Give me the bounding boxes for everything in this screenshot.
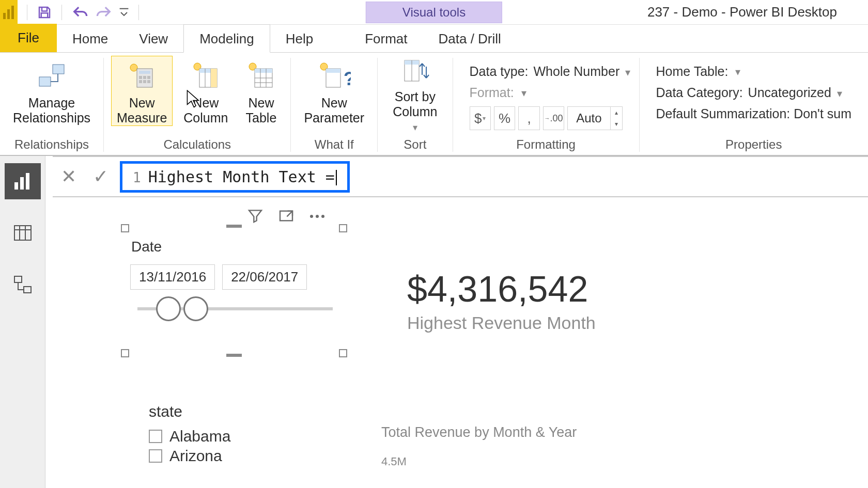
app-icon	[0, 0, 18, 25]
group-label-formatting: Formatting	[516, 134, 576, 155]
date-start-input[interactable]: 13/11/2016	[130, 264, 215, 290]
new-table-icon	[244, 59, 277, 92]
svg-rect-36	[26, 173, 29, 190]
kpi-value: $4,316,542	[407, 269, 596, 310]
tab-modeling[interactable]: Modeling	[183, 24, 270, 53]
date-slicer-visual[interactable]: Date 13/11/2016 22/06/2017	[123, 226, 345, 355]
tab-format[interactable]: Format	[349, 25, 423, 52]
decimal-button[interactable]: →.00	[543, 106, 564, 130]
main-menu: File Home View Modeling Help Format Data…	[0, 25, 868, 53]
state-slicer-title: state	[149, 403, 230, 420]
checkbox-icon[interactable]	[149, 430, 162, 443]
tab-view[interactable]: View	[123, 25, 183, 52]
formula-cancel-button[interactable]: ✕	[53, 161, 85, 192]
separator	[61, 5, 62, 20]
home-table-dropdown[interactable]: ▾	[735, 66, 740, 78]
format-dropdown[interactable]: ▾	[521, 87, 526, 99]
state-item[interactable]: Arizona	[149, 447, 230, 465]
slicer-title: Date	[131, 239, 340, 255]
formula-bar: ✕ ✓ 1 Highest Month Text =	[53, 156, 868, 197]
group-label-relationships: Relationships	[14, 134, 89, 155]
tab-help[interactable]: Help	[270, 25, 329, 52]
view-switcher	[0, 156, 45, 488]
report-view-button[interactable]	[5, 163, 41, 199]
data-category-dropdown[interactable]: Uncategorized ▾	[748, 85, 842, 100]
separator	[27, 5, 27, 20]
new-table-button[interactable]: New Table	[239, 56, 283, 126]
checkbox-icon[interactable]	[149, 449, 162, 463]
resize-handle[interactable]	[121, 349, 129, 357]
focus-mode-icon[interactable]	[278, 208, 295, 226]
relationships-icon	[35, 59, 68, 92]
svg-rect-13	[147, 80, 150, 83]
manage-relationships-button[interactable]: Manage Relationships	[7, 56, 96, 126]
chevron-down-icon: ▾	[413, 122, 417, 133]
qat-customize-icon[interactable]	[119, 6, 129, 19]
data-view-button[interactable]	[5, 215, 41, 251]
decimal-places-spinner[interactable]: Auto ▴▾	[567, 106, 622, 130]
chart-title: Total Revenue by Month & Year	[381, 424, 577, 440]
sort-by-column-button[interactable]: Sort by Column ▾	[385, 50, 445, 134]
percent-button[interactable]: %	[494, 106, 515, 130]
resize-handle[interactable]	[226, 354, 242, 357]
contextual-tab-label: Visual tools	[366, 2, 502, 23]
slider-thumb-start[interactable]	[156, 296, 181, 321]
tab-data-drill[interactable]: Data / Drill	[423, 25, 517, 52]
more-options-icon[interactable]	[309, 212, 326, 222]
default-summarization-label: Default Summarization: Don't sum	[656, 106, 851, 121]
visual-header-actions	[247, 208, 326, 226]
resize-handle[interactable]	[339, 224, 347, 232]
new-measure-button[interactable]: New Measure	[111, 56, 173, 126]
model-view-button[interactable]	[5, 266, 41, 303]
formula-line-number: 1	[133, 170, 141, 185]
formula-commit-button[interactable]: ✓	[85, 161, 117, 192]
tab-home[interactable]: Home	[57, 25, 123, 52]
state-item[interactable]: Alabama	[149, 428, 230, 445]
svg-rect-42	[24, 287, 31, 293]
resize-handle[interactable]	[226, 225, 242, 228]
formula-input[interactable]: Highest Month Text =	[148, 168, 337, 186]
ribbon: Manage Relationships Relationships New M…	[0, 53, 868, 156]
separator	[138, 5, 139, 20]
report-canvas: ✕ ✓ 1 Highest Month Text = Date 13/	[45, 156, 868, 488]
date-slider[interactable]	[137, 307, 333, 310]
group-label-whatif: What If	[315, 134, 354, 155]
svg-rect-9	[143, 76, 146, 79]
svg-point-44	[310, 215, 313, 218]
data-type-dropdown[interactable]: Whole Number ▾	[533, 64, 630, 79]
svg-rect-3	[39, 77, 51, 86]
svg-rect-8	[139, 76, 142, 79]
currency-button[interactable]: $▾	[470, 106, 491, 130]
kpi-card-visual[interactable]: $4,316,542 Highest Revenue Month	[407, 269, 596, 333]
formula-input-highlight: 1 Highest Month Text =	[120, 161, 350, 193]
data-type-label: Data type:	[470, 64, 529, 79]
slider-thumb-end[interactable]	[183, 296, 208, 321]
group-label-properties: Properties	[725, 134, 782, 155]
date-end-input[interactable]: 22/06/2017	[222, 264, 307, 290]
svg-rect-7	[139, 71, 150, 74]
thousands-button[interactable]: ,	[518, 106, 539, 130]
kpi-label: Highest Revenue Month	[407, 313, 596, 333]
filter-icon[interactable]	[247, 208, 264, 226]
home-table-label: Home Table:	[656, 64, 728, 79]
svg-rect-37	[14, 226, 31, 240]
new-column-button[interactable]: New Column	[178, 56, 234, 126]
undo-icon[interactable]	[71, 5, 89, 20]
save-icon[interactable]	[37, 5, 52, 20]
svg-rect-0	[3, 13, 6, 19]
svg-point-46	[321, 215, 324, 218]
state-slicer-visual[interactable]: state Alabama Arizona	[149, 403, 230, 467]
tab-file[interactable]: File	[0, 24, 57, 52]
document-title: 237 - Demo - Power BI Desktop	[647, 4, 837, 20]
svg-text:?: ?	[344, 68, 351, 89]
svg-rect-22	[255, 69, 272, 73]
svg-point-5	[130, 64, 137, 71]
new-parameter-button[interactable]: ? New Parameter	[298, 56, 370, 126]
sort-icon	[398, 53, 431, 86]
redo-icon[interactable]	[95, 5, 113, 20]
chart-y-tick: 4.5M	[381, 455, 577, 468]
revenue-chart-visual[interactable]: Total Revenue by Month & Year 4.5M	[381, 424, 577, 468]
resize-handle[interactable]	[339, 349, 347, 357]
new-parameter-icon: ?	[318, 59, 351, 92]
svg-rect-12	[143, 80, 146, 83]
